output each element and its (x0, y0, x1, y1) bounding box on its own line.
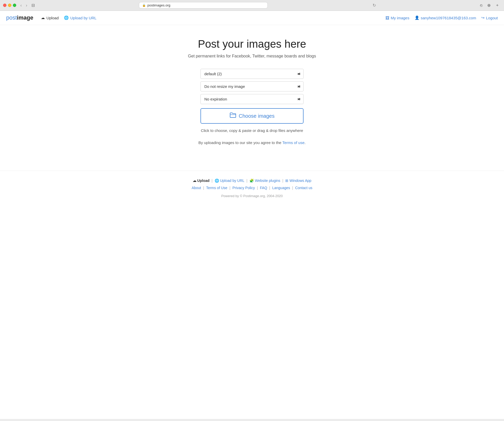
page-title: Post your images here (198, 38, 306, 50)
footer-windows-app-link[interactable]: ⊞ Windows App (285, 179, 311, 183)
minimize-window-button[interactable] (8, 4, 11, 7)
choose-images-button[interactable]: Choose images (200, 108, 304, 124)
share-button[interactable]: ⎋ (478, 3, 484, 8)
browser-actions: ⎋ ⊕ ＋ (478, 2, 501, 9)
footer-windows-icon: ⊞ (285, 179, 288, 183)
footer-sep-4: | (203, 186, 204, 190)
footer-sep-1: | (212, 179, 213, 183)
footer-privacy-link[interactable]: Privacy Policy (232, 186, 255, 190)
main-content: Post your images here Get permanent link… (0, 25, 504, 155)
upload-form: default (2) Gallery 1 Gallery 2 Do not r… (200, 69, 304, 133)
footer-globe-icon: 🌐 (215, 179, 219, 183)
logout-link[interactable]: ↪ Logout (481, 15, 498, 20)
browser-chrome: ‹ › ⊟ 🔒 postimages.org ↻ ⎋ ⊕ ＋ (0, 0, 504, 11)
browser-nav: ‹ › ⊟ (19, 2, 36, 8)
nav-upload-url-link[interactable]: 🌐 Upload by URL (64, 15, 97, 20)
footer-sep-2: | (247, 179, 248, 183)
logout-label: Logout (486, 16, 498, 20)
lock-icon: 🔒 (142, 4, 146, 7)
footer-upload-url-label: Upload by URL (220, 179, 245, 183)
footer-contact-link[interactable]: Contact us (295, 186, 312, 190)
page-wrapper: postimage ☁ Upload 🌐 Upload by URL 🖼 My … (0, 11, 504, 419)
footer-languages-label: Languages (272, 186, 290, 190)
new-tab-button[interactable]: ⊕ (486, 2, 492, 8)
my-images-label: My images (391, 16, 409, 20)
expiration-select[interactable]: No expiration 1 day 1 week 1 month 1 yea… (200, 94, 304, 104)
nav-upload-label: Upload (46, 16, 59, 20)
page-subtitle: Get permanent links for Facebook, Twitte… (188, 54, 316, 58)
my-images-link[interactable]: 🖼 My images (385, 16, 409, 20)
add-button[interactable]: ＋ (494, 2, 501, 9)
logo-post: post (6, 14, 17, 21)
footer-upload-url-link[interactable]: 🌐 Upload by URL (215, 179, 245, 183)
footer-sep-5: | (229, 186, 230, 190)
upload-cloud-icon: ☁ (41, 15, 45, 20)
terms-agreement-text: By uploading images to our site you agre… (198, 140, 306, 145)
user-account-link[interactable]: 👤 sanyhew1097618435@163.com (415, 15, 476, 20)
user-label: sanyhew1097618435@163.com (421, 16, 476, 20)
footer-about-label: About (192, 186, 201, 190)
footer-privacy-label: Privacy Policy (232, 186, 255, 190)
footer-faq-link[interactable]: FAQ (260, 186, 267, 190)
footer-upload-icon-label: ☁ Upload (193, 179, 209, 183)
footer-sep-7: | (269, 186, 270, 190)
resize-select-wrapper: Do not resize my image 320x240 640x480 8… (200, 81, 304, 91)
gallery-select-wrapper: default (2) Gallery 1 Gallery 2 (200, 69, 304, 79)
footer-links-secondary: About | Terms of Use | Privacy Policy | … (5, 186, 499, 190)
footer-about-link[interactable]: About (192, 186, 201, 190)
forward-button[interactable]: › (24, 2, 29, 8)
close-window-button[interactable] (3, 4, 6, 7)
footer-terms-link[interactable]: Terms of Use (206, 186, 227, 190)
terms-of-use-link[interactable]: Terms of use (282, 140, 305, 145)
logout-icon: ↪ (481, 15, 485, 20)
gallery-select[interactable]: default (2) Gallery 1 Gallery 2 (200, 69, 304, 79)
expiration-select-wrapper: No expiration 1 day 1 week 1 month 1 yea… (200, 94, 304, 104)
footer: ☁ Upload | 🌐 Upload by URL | 🧩 Website p… (0, 171, 504, 203)
footer-cloud-icon: ☁ (193, 179, 196, 183)
logo[interactable]: postimage (6, 14, 33, 21)
footer-upload-label: Upload (197, 179, 209, 183)
drag-hint: Click to choose, copy & paste or drag & … (200, 128, 304, 133)
top-nav: postimage ☁ Upload 🌐 Upload by URL 🖼 My … (0, 11, 504, 25)
choose-images-label: Choose images (239, 113, 275, 119)
terms-link-text: Terms of use (282, 140, 305, 145)
footer-languages-link[interactable]: Languages (272, 186, 290, 190)
terms-prefix: By uploading images to our site you agre… (198, 140, 281, 145)
logo-image: image (17, 14, 33, 21)
address-bar[interactable]: 🔒 postimages.org (139, 2, 268, 9)
back-button[interactable]: ‹ (19, 2, 23, 8)
terms-suffix: . (305, 140, 306, 145)
sidebar-button[interactable]: ⊟ (30, 2, 36, 8)
nav-right: 🖼 My images 👤 sanyhew1097618435@163.com … (385, 15, 498, 20)
footer-plugin-icon: 🧩 (249, 179, 254, 183)
nav-upload-url-label: Upload by URL (70, 16, 97, 20)
footer-faq-label: FAQ (260, 186, 267, 190)
globe-icon: 🌐 (64, 15, 69, 20)
footer-windows-app-label: Windows App (289, 179, 311, 183)
footer-sep-6: | (257, 186, 258, 190)
user-icon: 👤 (415, 15, 419, 20)
footer-powered-text: Powered by © Postimage.org, 2004-2020 (5, 194, 499, 198)
footer-sep-8: | (292, 186, 293, 190)
resize-select[interactable]: Do not resize my image 320x240 640x480 8… (200, 81, 304, 91)
footer-contact-label: Contact us (295, 186, 312, 190)
folder-open-icon (230, 112, 236, 120)
footer-plugins-label: Website plugins (255, 179, 280, 183)
fullscreen-window-button[interactable] (13, 4, 16, 7)
footer-links-main: ☁ Upload | 🌐 Upload by URL | 🧩 Website p… (5, 179, 499, 183)
footer-plugins-link[interactable]: 🧩 Website plugins (249, 179, 280, 183)
footer-sep-3: | (282, 179, 283, 183)
url-text: postimages.org (147, 3, 170, 7)
image-icon: 🖼 (385, 16, 389, 20)
footer-terms-label: Terms of Use (206, 186, 227, 190)
traffic-lights (3, 4, 16, 7)
nav-upload-link[interactable]: ☁ Upload (41, 15, 59, 20)
reload-button[interactable]: ↻ (373, 3, 376, 8)
